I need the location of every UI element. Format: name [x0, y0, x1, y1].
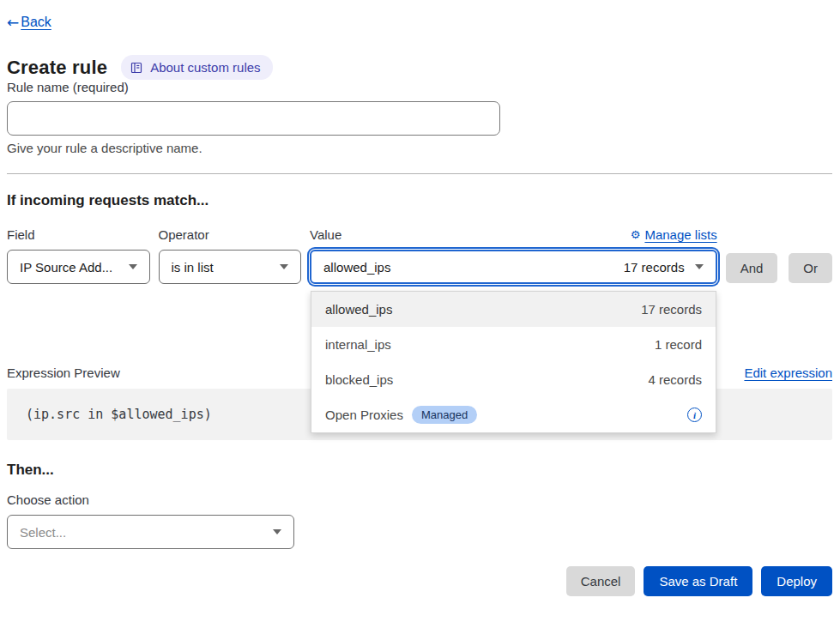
chevron-down-icon	[129, 264, 137, 269]
list-option-open-proxies[interactable]: Open Proxies Managed i	[311, 397, 716, 432]
title-row: Create rule About custom rules	[7, 55, 832, 80]
section-divider	[7, 173, 832, 174]
list-option-record-count: 1 record	[655, 337, 702, 352]
and-button[interactable]: And	[726, 253, 778, 283]
value-select-right: 17 records	[624, 260, 704, 275]
list-option-name: internal_ips	[325, 337, 391, 352]
then-section-heading: Then...	[7, 462, 832, 479]
value-select[interactable]: allowed_ips 17 records	[310, 250, 717, 284]
match-section-heading: If incoming requests match...	[7, 192, 832, 209]
field-label: Field	[7, 227, 150, 242]
create-rule-page: ←Back Create rule About custom rules Rul…	[0, 0, 840, 596]
cancel-button[interactable]: Cancel	[566, 566, 636, 596]
book-icon	[130, 61, 143, 75]
operator-label: Operator	[159, 227, 302, 242]
value-select-value: allowed_ips	[323, 260, 390, 275]
list-option-record-count: 17 records	[641, 302, 702, 317]
back-arrow-icon: ←	[7, 14, 19, 31]
value-column: Value ⚙ Manage lists allowed_ips 17 reco…	[310, 227, 717, 284]
list-option-left: Open Proxies Managed	[325, 406, 477, 424]
chevron-down-icon	[280, 264, 288, 269]
choose-action-label: Choose action	[7, 492, 832, 507]
list-dropdown-panel: allowed_ips 17 records internal_ips 1 re…	[311, 291, 716, 433]
edit-expression-link[interactable]: Edit expression	[744, 365, 832, 380]
or-button[interactable]: Or	[789, 253, 832, 283]
operator-column: Operator is in list	[159, 227, 302, 284]
list-option-name: allowed_ips	[325, 302, 392, 317]
save-as-draft-button[interactable]: Save as Draft	[644, 566, 752, 596]
rule-name-label: Rule name (required)	[7, 80, 129, 94]
rule-name-input[interactable]	[7, 101, 500, 136]
list-option-name: blocked_ips	[325, 372, 393, 387]
list-option-name: Open Proxies	[325, 408, 403, 422]
field-select-value: IP Source Add...	[20, 260, 112, 275]
gear-icon: ⚙	[631, 228, 641, 241]
list-option-blocked-ips[interactable]: blocked_ips 4 records	[311, 362, 716, 397]
value-select-record-count: 17 records	[624, 260, 685, 275]
info-icon[interactable]: i	[687, 408, 702, 422]
field-select[interactable]: IP Source Add...	[7, 250, 150, 284]
operator-select[interactable]: is in list	[159, 250, 302, 284]
action-select-placeholder: Select...	[20, 525, 66, 540]
logic-buttons: And Or	[726, 227, 832, 283]
condition-row: Field IP Source Add... Operator is in li…	[7, 227, 832, 284]
back-link-label: Back	[21, 15, 51, 30]
deploy-button[interactable]: Deploy	[761, 566, 832, 596]
list-option-allowed-ips[interactable]: allowed_ips 17 records	[311, 292, 716, 327]
chevron-down-icon	[273, 529, 281, 534]
expression-code: (ip.src in $allowed_ips)	[26, 407, 212, 422]
operator-select-value: is in list	[172, 260, 214, 275]
action-select[interactable]: Select...	[7, 515, 294, 549]
manage-lists-link[interactable]: ⚙ Manage lists	[631, 227, 717, 242]
footer-actions: Cancel Save as Draft Deploy	[7, 566, 832, 596]
list-option-internal-ips[interactable]: internal_ips 1 record	[311, 327, 716, 362]
rule-name-helper-text: Give your rule a descriptive name.	[7, 141, 832, 155]
expression-preview-label: Expression Preview	[7, 365, 120, 380]
about-custom-rules-link[interactable]: About custom rules	[121, 55, 272, 80]
back-link[interactable]: ←Back	[7, 14, 51, 31]
chevron-down-icon	[695, 264, 704, 269]
value-label: Value	[310, 227, 341, 242]
page-title: Create rule	[7, 57, 107, 79]
manage-lists-label: Manage lists	[644, 227, 716, 242]
value-label-row: Value ⚙ Manage lists	[310, 227, 717, 242]
list-option-record-count: 4 records	[649, 372, 703, 387]
field-column: Field IP Source Add...	[7, 227, 150, 284]
about-custom-rules-label: About custom rules	[150, 60, 260, 75]
managed-badge: Managed	[412, 406, 477, 424]
